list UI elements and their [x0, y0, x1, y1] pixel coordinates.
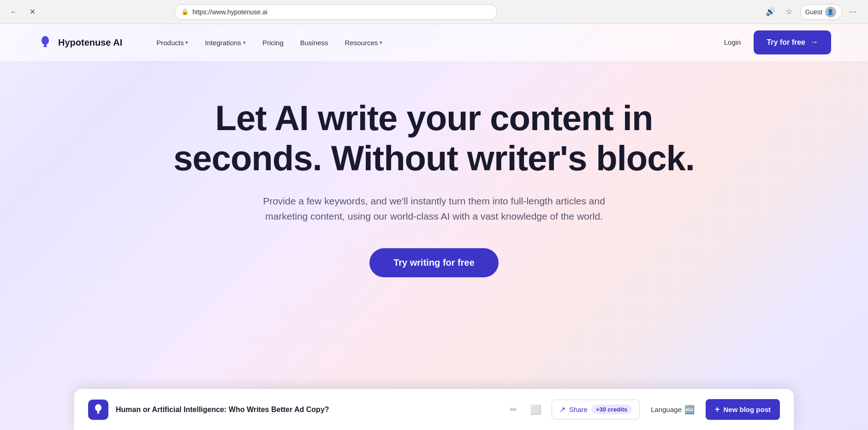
business-label: Business [300, 39, 328, 47]
hero-section: Let AI write your content in seconds. Wi… [0, 61, 868, 318]
plus-icon: + [715, 405, 720, 414]
url-text: https://www.hypotenuse.ai [192, 8, 490, 16]
try-free-label: Try for free [767, 38, 805, 48]
lock-icon: 🔒 [181, 8, 189, 15]
new-post-button[interactable]: + New blog post [706, 399, 780, 420]
avatar: 👤 [825, 6, 836, 18]
try-writing-button[interactable]: Try writing for free [369, 248, 499, 277]
demo-logo-icon [92, 403, 105, 416]
navbar: Hypotenuse AI Products ▾ Integrations ▾ … [0, 24, 868, 61]
logo-area[interactable]: Hypotenuse AI [37, 34, 122, 51]
language-label: Language [651, 406, 682, 413]
logo-icon [37, 34, 54, 51]
guest-button[interactable]: Guest 👤 [800, 4, 842, 20]
edit-icon[interactable]: ✏ [507, 402, 520, 418]
share-label: Share [569, 406, 588, 413]
share-icon: ↗ [559, 405, 565, 414]
pricing-label: Pricing [262, 39, 284, 47]
voice-icon-btn[interactable]: 🔊 [763, 5, 778, 19]
products-label: Products [156, 39, 184, 47]
address-bar[interactable]: 🔒 https://www.hypotenuse.ai [174, 4, 497, 20]
translate-icon: 🔤 [684, 405, 695, 415]
language-button[interactable]: Language 🔤 [645, 400, 700, 419]
products-chevron: ▾ [185, 40, 188, 46]
nav-right: Login Try for free → [719, 30, 831, 54]
nav-integrations[interactable]: Integrations ▾ [198, 35, 252, 50]
demo-article-title: Human or Artificial Intelligence: Who Wr… [116, 406, 500, 414]
nav-links: Products ▾ Integrations ▾ Pricing Busine… [150, 35, 718, 50]
favorites-icon-btn[interactable]: ☆ [782, 5, 797, 19]
hero-title: Let AI write your content in seconds. Wi… [157, 98, 711, 179]
page-wrapper: Hypotenuse AI Products ▾ Integrations ▾ … [0, 24, 868, 430]
integrations-label: Integrations [205, 39, 241, 47]
logo-text: Hypotenuse AI [58, 37, 122, 48]
try-free-button[interactable]: Try for free → [754, 30, 831, 54]
share-button[interactable]: ↗ Share +30 credits [552, 400, 640, 419]
nav-resources[interactable]: Resources ▾ [339, 35, 389, 50]
nav-business[interactable]: Business [294, 35, 335, 50]
back-button[interactable]: ← [7, 6, 20, 18]
demo-card-right: ↗ Share +30 credits Language 🔤 + New blo… [552, 399, 780, 420]
layout-icon[interactable]: ⬜ [527, 401, 544, 418]
try-free-arrow: → [810, 37, 818, 48]
credits-badge: +30 credits [591, 405, 632, 414]
new-post-label: New blog post [724, 406, 771, 413]
browser-right-icons: 🔊 ☆ Guest 👤 ⋯ [763, 4, 861, 20]
close-button[interactable]: ✕ [26, 6, 39, 18]
nav-products[interactable]: Products ▾ [150, 35, 195, 50]
hero-subtitle: Provide a few keywords, and we'll instan… [259, 193, 609, 224]
demo-card: Human or Artificial Intelligence: Who Wr… [74, 389, 794, 430]
guest-label: Guest [805, 8, 822, 16]
browser-chrome: ← ✕ 🔒 https://www.hypotenuse.ai 🔊 ☆ Gues… [0, 0, 868, 24]
demo-logo [88, 400, 108, 420]
nav-pricing[interactable]: Pricing [256, 35, 290, 50]
login-link[interactable]: Login [719, 35, 747, 50]
integrations-chevron: ▾ [243, 40, 246, 46]
resources-label: Resources [345, 39, 378, 47]
more-button[interactable]: ⋯ [846, 5, 861, 19]
resources-chevron: ▾ [380, 40, 382, 46]
